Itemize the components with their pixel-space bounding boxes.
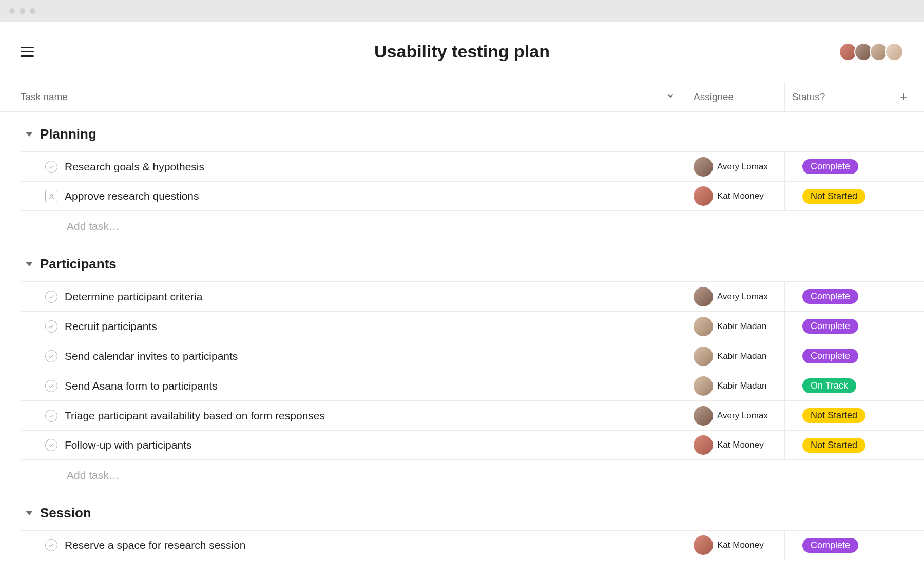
approval-icon[interactable] [45,190,57,202]
project-members[interactable] [839,43,903,61]
task-status-cell[interactable]: Complete [784,531,883,560]
triangle-down-icon[interactable] [26,132,33,137]
traffic-light-zoom[interactable] [30,8,35,14]
task-status-cell[interactable]: Complete [784,312,883,341]
task-status-cell[interactable]: Not Started [784,431,883,459]
page-title: Usability testing plan [374,42,550,62]
task-name-cell[interactable]: Triage participant availability based on… [21,401,686,430]
window-titlebar [0,0,924,22]
column-assignee[interactable]: Assignee [686,82,784,111]
assignee-name: Kat Mooney [717,440,764,450]
task-extra-cell [883,312,924,341]
task-assignee-cell[interactable]: Avery Lomax [686,401,784,430]
task-row[interactable]: Recruit participantsKabir MadanComplete [21,311,924,341]
traffic-light-close[interactable] [9,8,15,14]
column-task-name-label: Task name [21,91,68,103]
task-row[interactable]: Reserve a space for research sessionKat … [21,530,924,560]
status-badge: Complete [802,349,858,363]
task-name-cell[interactable]: Send calendar invites to participants [21,341,686,371]
task-name: Triage participant availability based on… [65,410,325,422]
app-header: Usability testing plan [0,22,924,82]
status-badge: Complete [802,319,858,334]
task-row[interactable]: Send calendar invites to participantsKab… [21,341,924,371]
svg-point-0 [50,194,52,196]
assignee-name: Avery Lomax [717,292,768,302]
member-avatar[interactable] [885,43,903,61]
task-name: Recruit participants [65,320,157,333]
complete-check-icon[interactable] [45,350,57,362]
status-badge: Complete [802,159,858,174]
task-name-cell[interactable]: Reserve a space for research session [21,531,686,560]
section-title: Planning [40,126,97,142]
task-assignee-cell[interactable]: Kat Mooney [686,182,784,210]
task-name: Approve research questions [65,190,199,202]
task-status-cell[interactable]: Complete [784,152,883,181]
assignee-avatar [694,157,713,177]
task-status-cell[interactable]: Complete [784,341,883,371]
add-column-button[interactable]: + [883,82,924,111]
task-assignee-cell[interactable]: Kat Mooney [686,431,784,459]
assignee-name: Kabir Madan [717,381,766,391]
assignee-name: Avery Lomax [717,411,768,421]
column-status[interactable]: Status? [784,82,883,111]
task-row[interactable]: Research goals & hypothesisAvery LomaxCo… [21,151,924,181]
task-status-cell[interactable]: Not Started [784,401,883,430]
task-status-cell[interactable]: Complete [784,282,883,311]
hamburger-menu-icon[interactable] [21,47,34,57]
task-row[interactable]: Triage participant availability based on… [21,400,924,430]
task-assignee-cell[interactable]: Kabir Madan [686,371,784,400]
complete-check-icon[interactable] [45,410,57,422]
task-extra-cell [883,401,924,430]
column-task-name[interactable]: Task name [21,82,686,111]
chevron-down-icon[interactable] [666,91,675,103]
task-assignee-cell[interactable]: Kabir Madan [686,341,784,371]
task-status-cell[interactable]: Not Started [784,182,883,210]
task-extra-cell [883,431,924,459]
task-name: Send calendar invites to participants [65,350,238,362]
task-name-cell[interactable]: Follow-up with participants [21,431,686,459]
assignee-name: Kabir Madan [717,351,766,361]
section-header[interactable]: Session [21,491,924,530]
section-header[interactable]: Participants [21,242,924,281]
task-extra-cell [883,531,924,560]
add-task-button[interactable]: Add task… [21,211,924,242]
complete-check-icon[interactable] [45,380,57,392]
task-extra-cell [883,371,924,400]
task-name-cell[interactable]: Approve research questions [21,182,686,210]
task-name: Send Asana form to participants [65,380,218,392]
task-assignee-cell[interactable]: Kabir Madan [686,312,784,341]
complete-check-icon[interactable] [45,320,57,333]
task-row[interactable]: Approve research questionsKat MooneyNot … [21,181,924,211]
task-name-cell[interactable]: Recruit participants [21,312,686,341]
status-badge: Not Started [802,438,865,453]
assignee-name: Avery Lomax [717,162,768,172]
task-assignee-cell[interactable]: Kat Mooney [686,531,784,560]
complete-check-icon[interactable] [45,161,57,173]
task-row[interactable]: Follow-up with participantsKat MooneyNot… [21,430,924,460]
task-assignee-cell[interactable]: Avery Lomax [686,282,784,311]
assignee-avatar [694,186,713,206]
task-row[interactable]: Determine participant criteriaAvery Loma… [21,281,924,311]
triangle-down-icon[interactable] [26,262,33,266]
triangle-down-icon[interactable] [26,511,33,515]
traffic-light-minimize[interactable] [20,8,25,14]
section-title: Session [40,505,91,521]
task-name-cell[interactable]: Send Asana form to participants [21,371,686,400]
task-extra-cell [883,341,924,371]
status-badge: Complete [802,289,858,304]
task-extra-cell [883,152,924,181]
complete-check-icon[interactable] [45,539,57,551]
task-name-cell[interactable]: Research goals & hypothesis [21,152,686,181]
column-status-label: Status? [792,91,825,103]
task-status-cell[interactable]: On Track [784,371,883,400]
assignee-name: Kabir Madan [717,321,766,332]
complete-check-icon[interactable] [45,439,57,451]
task-assignee-cell[interactable]: Avery Lomax [686,152,784,181]
add-task-button[interactable]: Add task… [21,460,924,491]
task-extra-cell [883,182,924,210]
task-row[interactable]: Send Asana form to participantsKabir Mad… [21,371,924,400]
assignee-avatar [694,347,713,366]
complete-check-icon[interactable] [45,291,57,303]
task-name-cell[interactable]: Determine participant criteria [21,282,686,311]
section-header[interactable]: Planning [21,112,924,151]
